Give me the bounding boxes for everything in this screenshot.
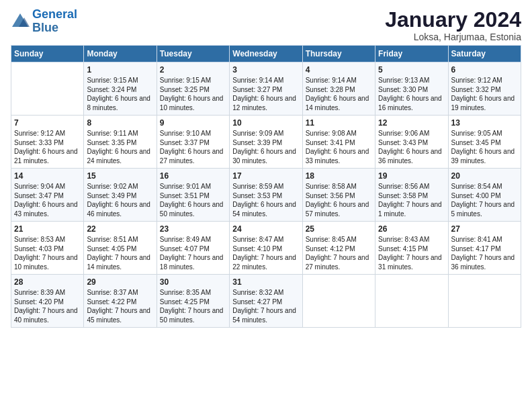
daylight: Daylight: 6 hours and 24 minutes. [87, 148, 150, 165]
day-number: 24 [232, 224, 299, 234]
page-container: General Blue January 2024 Loksa, Harjuma… [0, 0, 532, 334]
sunset: Sunset: 3:35 PM [87, 139, 136, 146]
calendar-week-4: 28 Sunrise: 8:39 AM Sunset: 4:20 PM Dayl… [11, 275, 521, 328]
day-number: 16 [160, 171, 226, 181]
day-number: 14 [14, 171, 81, 181]
day-number: 6 [451, 65, 518, 75]
daylight: Daylight: 7 hours and 22 minutes. [232, 254, 296, 271]
sunset: Sunset: 3:27 PM [232, 86, 282, 93]
sunset: Sunset: 3:53 PM [232, 192, 282, 199]
sunrise: Sunrise: 8:37 AM [87, 289, 138, 296]
col-tuesday: Tuesday [157, 46, 229, 62]
calendar-cell: 20 Sunrise: 8:54 AM Sunset: 4:00 PM Dayl… [448, 169, 521, 222]
sunset: Sunset: 3:25 PM [160, 86, 210, 93]
sunset: Sunset: 3:43 PM [378, 139, 428, 146]
calendar-cell: 13 Sunrise: 9:05 AM Sunset: 3:45 PM Dayl… [448, 116, 521, 169]
sunrise: Sunrise: 9:01 AM [160, 183, 211, 190]
col-thursday: Thursday [302, 46, 375, 62]
calendar-cell: 18 Sunrise: 8:58 AM Sunset: 3:56 PM Dayl… [302, 169, 375, 222]
sunset: Sunset: 3:47 PM [14, 192, 64, 199]
sunrise: Sunrise: 8:35 AM [160, 289, 211, 296]
day-number: 9 [160, 118, 226, 128]
daylight: Daylight: 7 hours and 27 minutes. [306, 254, 369, 271]
sunrise: Sunrise: 8:56 AM [378, 183, 429, 190]
calendar-cell: 15 Sunrise: 9:02 AM Sunset: 3:49 PM Dayl… [84, 169, 157, 222]
calendar-cell: 29 Sunrise: 8:37 AM Sunset: 4:22 PM Dayl… [84, 275, 157, 328]
sunset: Sunset: 4:27 PM [232, 298, 282, 306]
calendar-cell: 31 Sunrise: 8:32 AM Sunset: 4:27 PM Dayl… [230, 275, 302, 328]
daylight: Daylight: 6 hours and 14 minutes. [306, 95, 369, 111]
calendar-cell: 1 Sunrise: 9:15 AM Sunset: 3:24 PM Dayli… [84, 62, 157, 116]
sunset: Sunset: 3:39 PM [232, 139, 282, 146]
daylight: Daylight: 6 hours and 46 minutes. [87, 201, 150, 218]
sunrise: Sunrise: 9:15 AM [87, 77, 138, 84]
calendar-cell: 2 Sunrise: 9:15 AM Sunset: 3:25 PM Dayli… [157, 62, 229, 116]
sunrise: Sunrise: 8:59 AM [232, 183, 283, 190]
sunset: Sunset: 3:30 PM [378, 86, 428, 93]
calendar-cell: 7 Sunrise: 9:12 AM Sunset: 3:33 PM Dayli… [11, 116, 84, 169]
sunrise: Sunrise: 8:39 AM [14, 289, 65, 296]
col-saturday: Saturday [448, 46, 521, 62]
sunset: Sunset: 3:51 PM [160, 192, 210, 199]
day-number: 17 [232, 171, 299, 181]
sunset: Sunset: 4:12 PM [306, 245, 355, 253]
daylight: Daylight: 7 hours and 10 minutes. [14, 254, 78, 271]
sunrise: Sunrise: 8:51 AM [87, 236, 138, 243]
day-number: 11 [306, 118, 372, 128]
calendar-cell: 23 Sunrise: 8:49 AM Sunset: 4:07 PM Dayl… [157, 222, 229, 275]
sunrise: Sunrise: 9:04 AM [14, 183, 65, 190]
col-monday: Monday [84, 46, 157, 62]
day-number: 3 [232, 65, 299, 75]
sunset: Sunset: 3:56 PM [306, 192, 355, 199]
day-number: 18 [306, 171, 372, 181]
day-number: 28 [14, 277, 81, 287]
sunset: Sunset: 4:05 PM [87, 245, 136, 253]
sunset: Sunset: 3:41 PM [306, 139, 355, 146]
calendar-cell: 16 Sunrise: 9:01 AM Sunset: 3:51 PM Dayl… [157, 169, 229, 222]
day-number: 7 [14, 118, 81, 128]
day-number: 13 [451, 118, 518, 128]
sunrise: Sunrise: 9:15 AM [160, 77, 211, 84]
calendar-cell: 10 Sunrise: 9:09 AM Sunset: 3:39 PM Dayl… [230, 116, 302, 169]
sunrise: Sunrise: 9:12 AM [451, 77, 502, 84]
sunrise: Sunrise: 9:12 AM [14, 130, 65, 137]
calendar-cell: 21 Sunrise: 8:53 AM Sunset: 4:03 PM Dayl… [11, 222, 84, 275]
day-number: 8 [87, 118, 153, 128]
daylight: Daylight: 7 hours and 18 minutes. [160, 254, 224, 271]
daylight: Daylight: 6 hours and 21 minutes. [14, 148, 78, 165]
calendar-cell [11, 62, 84, 116]
calendar-week-0: 1 Sunrise: 9:15 AM Sunset: 3:24 PM Dayli… [11, 62, 521, 116]
calendar-cell: 9 Sunrise: 9:10 AM Sunset: 3:37 PM Dayli… [157, 116, 229, 169]
col-friday: Friday [375, 46, 448, 62]
day-number: 29 [87, 277, 153, 287]
daylight: Daylight: 6 hours and 30 minutes. [232, 148, 296, 165]
day-number: 23 [160, 224, 226, 234]
daylight: Daylight: 7 hours and 54 minutes. [232, 307, 296, 324]
day-number: 5 [378, 65, 445, 75]
sunrise: Sunrise: 9:14 AM [232, 77, 283, 84]
sunrise: Sunrise: 8:32 AM [232, 289, 283, 296]
calendar-cell: 30 Sunrise: 8:35 AM Sunset: 4:25 PM Dayl… [157, 275, 229, 328]
calendar-cell: 12 Sunrise: 9:06 AM Sunset: 3:43 PM Dayl… [375, 116, 448, 169]
sunrise: Sunrise: 8:41 AM [451, 236, 502, 243]
calendar-cell: 6 Sunrise: 9:12 AM Sunset: 3:32 PM Dayli… [448, 62, 521, 116]
day-number: 30 [160, 277, 226, 287]
daylight: Daylight: 6 hours and 54 minutes. [232, 201, 296, 218]
sunset: Sunset: 4:03 PM [14, 245, 64, 253]
daylight: Daylight: 7 hours and 36 minutes. [451, 254, 515, 271]
calendar-cell: 28 Sunrise: 8:39 AM Sunset: 4:20 PM Dayl… [11, 275, 84, 328]
sunset: Sunset: 4:17 PM [451, 245, 501, 253]
sunset: Sunset: 4:00 PM [451, 192, 501, 199]
daylight: Daylight: 6 hours and 8 minutes. [87, 95, 150, 111]
daylight: Daylight: 6 hours and 19 minutes. [451, 95, 515, 111]
sunrise: Sunrise: 8:54 AM [451, 183, 502, 190]
sunrise: Sunrise: 8:45 AM [306, 236, 357, 243]
calendar-cell [302, 275, 375, 328]
sunrise: Sunrise: 8:47 AM [232, 236, 283, 243]
calendar-cell: 17 Sunrise: 8:59 AM Sunset: 3:53 PM Dayl… [230, 169, 302, 222]
day-number: 10 [232, 118, 299, 128]
col-sunday: Sunday [11, 46, 84, 62]
calendar-cell: 22 Sunrise: 8:51 AM Sunset: 4:05 PM Dayl… [84, 222, 157, 275]
sunset: Sunset: 3:37 PM [160, 139, 210, 146]
subtitle: Loksa, Harjumaa, Estonia [385, 32, 521, 42]
